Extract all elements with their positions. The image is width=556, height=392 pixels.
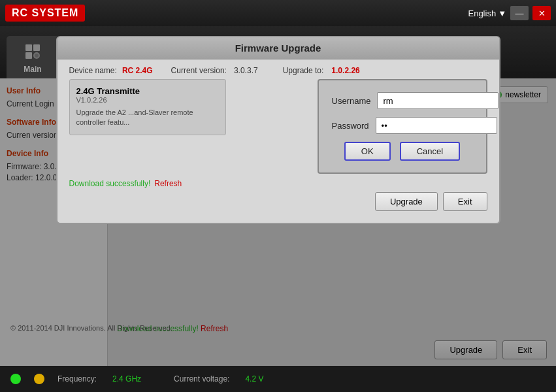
cancel-button[interactable]: Cancel <box>400 142 460 161</box>
ok-button[interactable]: OK <box>344 142 391 161</box>
username-label: Username <box>332 96 371 106</box>
dialog-device-desc: Upgrade the A2 ...and-Slaver remote cont… <box>76 108 219 128</box>
overlay: Firmware Upgrade Device name: RC 2.4G Cu… <box>0 26 556 366</box>
dialog-device-title: 2.4G Transmitte <box>76 86 219 96</box>
username-input[interactable] <box>377 92 499 109</box>
firmware-dialog: Firmware Upgrade Device name: RC 2.4G Cu… <box>56 36 500 224</box>
language-label: English <box>468 8 496 18</box>
close-button[interactable]: ✕ <box>532 6 551 20</box>
status-bar: Frequency: 2.4 GHz Current voltage: 4.2 … <box>0 366 556 392</box>
current-version-value: 3.0.3.7 <box>234 66 258 75</box>
language-selector[interactable]: English ▼ <box>468 8 506 18</box>
status-dot-green <box>10 374 21 384</box>
frequency-label: Frequency: <box>57 374 97 384</box>
dialog-refresh-link[interactable]: Refresh <box>154 179 182 188</box>
dialog-device-version: V1.0.2.26 <box>76 96 219 104</box>
dialog-download-status: Download successfully! Refresh <box>57 174 499 188</box>
password-input[interactable] <box>376 117 497 134</box>
dialog-device-info: 2.4G Transmitte V1.0.2.26 Upgrade the A2… <box>69 79 304 174</box>
login-form: Username Password OK Cancel <box>318 79 487 174</box>
logo-text: RC SYSTEM <box>12 7 78 18</box>
current-version-label: Current version: <box>171 66 227 75</box>
form-buttons: OK Cancel <box>332 142 473 161</box>
dialog-download-text: Download successfully! <box>69 179 151 188</box>
username-row: Username <box>332 92 473 109</box>
logo: RC SYSTEM <box>5 5 85 22</box>
chevron-down-icon: ▼ <box>498 8 506 18</box>
dialog-bottom-buttons: Upgrade Exit <box>57 188 499 211</box>
title-controls: English ▼ — ✕ <box>468 6 551 20</box>
upgrade-to-label: Upgrade to: <box>283 66 324 75</box>
password-row: Password <box>332 117 473 134</box>
dialog-header: Device name: RC 2.4G Current version: 3.… <box>57 59 499 79</box>
dialog-login-area: Username Password OK Cancel <box>318 79 487 174</box>
device-name-value: RC 2.4G <box>122 66 153 75</box>
dialog-body: 2.4G Transmitte V1.0.2.26 Upgrade the A2… <box>57 79 499 174</box>
status-dot-yellow <box>34 374 44 384</box>
password-label: Password <box>332 121 369 131</box>
device-name-label: Device name: <box>69 66 117 75</box>
dialog-upgrade-button[interactable]: Upgrade <box>375 192 438 211</box>
title-bar: RC SYSTEM English ▼ — ✕ <box>0 0 556 26</box>
dialog-exit-button[interactable]: Exit <box>443 192 487 211</box>
voltage-label: Current voltage: <box>174 374 229 384</box>
dialog-device-box: 2.4G Transmitte V1.0.2.26 Upgrade the A2… <box>69 79 226 135</box>
dialog-title: Firmware Upgrade <box>57 37 499 59</box>
voltage-value: 4.2 V <box>245 374 263 384</box>
frequency-value: 2.4 GHz <box>112 374 141 384</box>
upgrade-to-value: 1.0.2.26 <box>331 66 359 75</box>
minimize-button[interactable]: — <box>510 6 529 20</box>
